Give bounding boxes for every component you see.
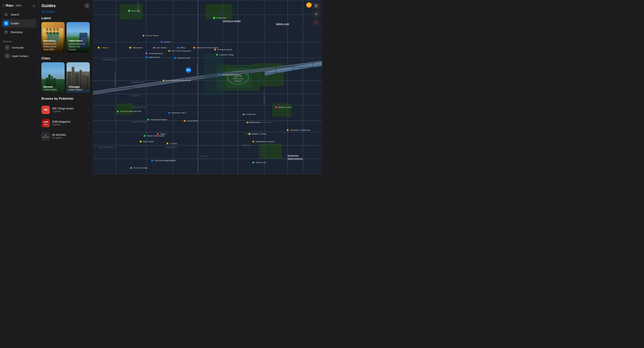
cities-section-title: Cities bbox=[38, 56, 93, 62]
svg-text:Ortega Park: Ortega Park bbox=[216, 17, 226, 19]
bloomberg-description: 5 Best French Riviera Hotels Under $500 bbox=[43, 42, 63, 51]
svg-point-139 bbox=[287, 129, 289, 131]
svg-point-103 bbox=[216, 54, 218, 56]
svg-point-95 bbox=[146, 52, 148, 54]
svg-text:HAZELBROOK DR: HAZELBROOK DR bbox=[131, 106, 146, 108]
publisher-guides-365: 2 guides bbox=[52, 110, 89, 113]
sidebar-nav: Search Guides Directions bbox=[0, 10, 38, 36]
publisher-chevron-84rooms-icon: › bbox=[89, 134, 90, 138]
publisher-name-84rooms: 84 ROOMS bbox=[52, 133, 89, 136]
chicago-card-overlay: Chicago United States bbox=[66, 83, 90, 93]
latest-section-title: Latest bbox=[38, 16, 93, 22]
svg-text:N STELLING RD: N STELLING RD bbox=[114, 73, 116, 86]
latest-cards-grid: Bloomberg 5 Best French Riviera Hotels U… bbox=[38, 22, 93, 56]
sidebar-item-directions[interactable]: Directions bbox=[2, 28, 36, 36]
close-button[interactable]: × bbox=[84, 3, 90, 8]
svg-text:Homestead Bowl: Homestead Bowl bbox=[149, 52, 163, 54]
compass-n-label: N bbox=[316, 22, 317, 24]
svg-point-87 bbox=[98, 47, 100, 49]
svg-text:RANCHO: RANCHO bbox=[288, 154, 298, 157]
cities-cards-grid: Denver United States Chicago bbox=[38, 62, 93, 96]
svg-text:Serra Park: Serra Park bbox=[131, 10, 140, 12]
svg-text:Northwest YMCA: Northwest YMCA bbox=[172, 112, 186, 114]
bloomberg-card-overlay: Bloomberg 5 Best French Riviera Hotels U… bbox=[42, 38, 64, 53]
guides-label: Guides bbox=[11, 22, 19, 25]
publisher-info-5280: 5280 Magazine 3 guides bbox=[52, 120, 89, 126]
bloomberg-card[interactable]: Bloomberg 5 Best French Riviera Hotels U… bbox=[42, 22, 64, 53]
map-view-toggle-button[interactable] bbox=[313, 2, 320, 9]
svg-text:Wilson Park: Wilson Park bbox=[256, 161, 266, 164]
svg-point-91 bbox=[153, 47, 155, 49]
svg-text:Donut Wheel: Donut Wheel bbox=[187, 120, 198, 122]
publisher-guides-5280: 3 guides bbox=[52, 123, 89, 126]
worldwide-selector[interactable]: Worldwide ▾ bbox=[38, 10, 93, 16]
publisher-section-title: Browse by Publisher bbox=[38, 96, 93, 102]
svg-text:Peninsula Bible Church: Peninsula Bible Church bbox=[221, 74, 241, 76]
svg-rect-149 bbox=[315, 4, 316, 6]
svg-point-115 bbox=[117, 110, 119, 112]
svg-point-129 bbox=[248, 133, 250, 135]
svg-text:BJ's Restaurant & Brewhouse: BJ's Restaurant & Brewhouse bbox=[166, 79, 191, 82]
svg-rect-3 bbox=[6, 22, 7, 23]
tablet-hotels-card[interactable]: Tablet Hotels Iceland Hotels for Taking … bbox=[66, 22, 90, 53]
svg-point-83 bbox=[161, 41, 163, 43]
svg-text:Cupertino Village: Cupertino Village bbox=[219, 54, 234, 56]
bloomberg-brand: Bloomberg bbox=[43, 40, 63, 42]
tablet-card-overlay: Tablet Hotels Iceland Hotels for Taking … bbox=[66, 38, 90, 53]
svg-text:N BLANEY AVE: N BLANEY AVE bbox=[263, 91, 265, 103]
svg-point-89 bbox=[129, 47, 131, 49]
svg-rect-4 bbox=[5, 24, 6, 24]
svg-point-79 bbox=[128, 10, 130, 12]
worldwide-text: Worldwide bbox=[42, 10, 55, 13]
publisher-item-84rooms[interactable]: 84ROOMS 84 ROOMS 41 guides › bbox=[42, 130, 90, 143]
recents-label[interactable]: Recents › bbox=[3, 40, 35, 43]
svg-line-1 bbox=[7, 15, 8, 16]
svg-text:Farla Elementary School: Farla Elementary School bbox=[154, 160, 176, 162]
svg-text:GREENLEAF DR: GREENLEAF DR bbox=[131, 82, 144, 83]
svg-text:Chuck E. Cheese: Chuck E. Cheese bbox=[252, 133, 267, 135]
svg-point-137 bbox=[275, 106, 277, 108]
svg-text:Tesla Supercharger: Tesla Supercharger bbox=[151, 118, 167, 120]
svg-text:Portal Park: Portal Park bbox=[246, 113, 256, 115]
svg-text:Chevron: Chevron bbox=[164, 41, 171, 43]
svg-point-99 bbox=[193, 47, 195, 49]
svg-text:McDonald's: McDonald's bbox=[132, 46, 142, 49]
publisher-item-365[interactable]: 365 365 Things Austin 2 guides › bbox=[42, 103, 90, 116]
svg-point-135 bbox=[252, 141, 254, 142]
svg-text:Xfinity: Xfinity bbox=[180, 46, 185, 49]
recent-item-apple-campus[interactable]: ⊙ Apple Campus bbox=[3, 52, 35, 60]
publisher-list: 365 365 Things Austin 2 guides › 5280MAG… bbox=[38, 102, 93, 144]
svg-text:Whole Foods Market: Whole Foods Market bbox=[147, 135, 164, 137]
svg-rect-152 bbox=[316, 6, 318, 7]
sunnyvale-icon: ⊙ bbox=[4, 45, 10, 50]
svg-point-109 bbox=[162, 80, 164, 82]
user-avatar[interactable]: Kate's bbox=[306, 2, 312, 8]
directions-label: Directions bbox=[11, 31, 22, 34]
location-button[interactable] bbox=[313, 11, 320, 18]
sidebar-toggle-icon[interactable]: ◫ bbox=[32, 4, 35, 7]
svg-text:Marketplace Cupertino: Marketplace Cupertino bbox=[256, 140, 275, 142]
denver-country: United States bbox=[43, 88, 63, 91]
sidebar-item-search[interactable]: Search bbox=[2, 10, 36, 19]
denver-card[interactable]: Denver United States bbox=[42, 62, 64, 93]
svg-text:CALI AVE: CALI AVE bbox=[200, 155, 208, 157]
svg-text:Infinite Loop: Infinite Loop bbox=[233, 78, 244, 80]
svg-rect-2 bbox=[5, 22, 6, 23]
sidebar-item-guides[interactable]: Guides bbox=[2, 19, 36, 28]
panel-header: Guides × bbox=[38, 0, 93, 10]
map-area[interactable]: ALBERTA AVE ORTEGA PARK BIRDLAND Apple I… bbox=[93, 0, 322, 174]
svg-point-143 bbox=[130, 167, 132, 169]
compass-button[interactable]: N bbox=[313, 19, 320, 26]
denver-name: Denver bbox=[43, 85, 63, 88]
chicago-card[interactable]: Chicago United States bbox=[66, 62, 90, 93]
recent-item-sunnyvale[interactable]: ⊙ Sunnyvale bbox=[3, 44, 35, 51]
svg-text:T.J.Maxx: T.J.Maxx bbox=[170, 142, 177, 144]
beta-badge: BETA bbox=[15, 4, 22, 7]
svg-text:FARGO DR: FARGO DR bbox=[131, 95, 140, 97]
svg-text:Cupertino Memorial Park: Cupertino Memorial Park bbox=[120, 110, 141, 112]
svg-point-113 bbox=[168, 112, 170, 114]
publisher-item-5280[interactable]: 5280MAG 5280 Magazine 3 guides › bbox=[42, 116, 90, 130]
svg-point-147 bbox=[142, 35, 144, 36]
sidebar:  Maps BETA ◫ Search Gu bbox=[0, 0, 38, 174]
svg-point-133 bbox=[166, 142, 168, 144]
